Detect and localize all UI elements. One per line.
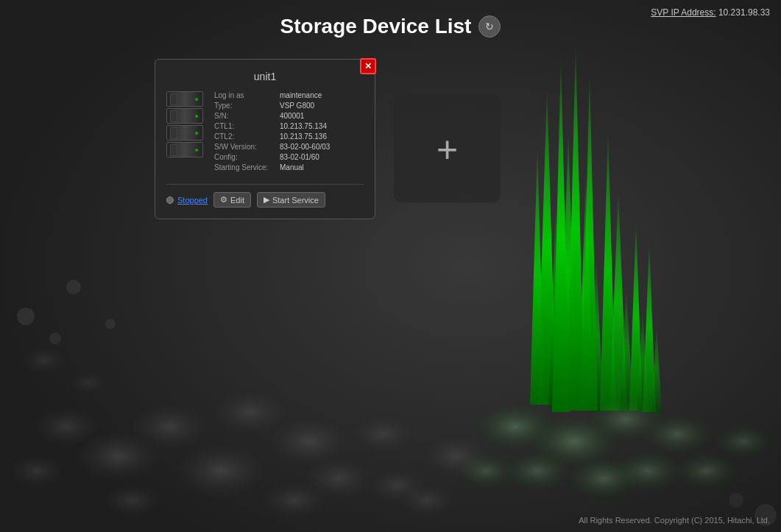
server-unit-1 bbox=[166, 91, 203, 107]
svp-info: SVP IP Address: 10.231.98.33 bbox=[651, 7, 770, 18]
edit-button[interactable]: ⚙ Edit bbox=[213, 192, 251, 208]
svg-marker-1 bbox=[530, 147, 545, 405]
page-header: Storage Device List ↻ bbox=[0, 15, 781, 38]
svg-marker-14 bbox=[651, 324, 662, 414]
add-device-panel[interactable]: + bbox=[394, 96, 501, 202]
svg-point-40 bbox=[676, 453, 738, 489]
svg-point-43 bbox=[614, 451, 682, 491]
svg-point-35 bbox=[531, 416, 617, 467]
svg-point-24 bbox=[178, 446, 264, 496]
svp-ip: 10.231.98.33 bbox=[718, 7, 770, 18]
svg-point-39 bbox=[568, 458, 639, 499]
page-title: Storage Device List ↻ bbox=[280, 15, 501, 38]
field-label-0: Log in as bbox=[214, 91, 277, 99]
server-icon bbox=[166, 91, 207, 157]
svg-point-42 bbox=[456, 454, 515, 488]
svg-point-49 bbox=[729, 493, 743, 508]
field-value-7: Manual bbox=[280, 163, 304, 171]
svg-point-20 bbox=[11, 456, 63, 486]
close-button[interactable]: ✕ bbox=[360, 58, 376, 74]
footer: All Rights Reserved. Copyright (C) 2015,… bbox=[579, 516, 770, 525]
svg-marker-7 bbox=[589, 258, 604, 412]
info-row: Starting Service: Manual bbox=[214, 163, 364, 171]
info-row: CTL2: 10.213.75.136 bbox=[214, 132, 364, 141]
field-value-3: 10.213.75.134 bbox=[280, 122, 327, 130]
svg-marker-16 bbox=[567, 44, 584, 411]
svg-marker-2 bbox=[537, 88, 556, 405]
svg-marker-3 bbox=[548, 206, 563, 408]
svg-point-30 bbox=[70, 372, 107, 393]
svg-point-19 bbox=[35, 408, 97, 445]
svg-marker-10 bbox=[620, 287, 633, 412]
field-label-5: S/W Version: bbox=[214, 143, 277, 151]
svg-point-44 bbox=[17, 308, 35, 325]
field-value-5: 83-02-00-60/03 bbox=[280, 143, 330, 151]
field-label-1: Type: bbox=[214, 102, 277, 110]
svg-marker-6 bbox=[578, 177, 594, 408]
svg-point-26 bbox=[353, 417, 412, 451]
svg-marker-17 bbox=[582, 74, 598, 411]
svg-point-36 bbox=[589, 398, 662, 441]
svg-point-47 bbox=[105, 319, 116, 329]
svg-marker-13 bbox=[643, 243, 656, 412]
svg-point-34 bbox=[477, 405, 554, 449]
field-value-6: 83-02-01/60 bbox=[280, 153, 319, 161]
server-unit-4 bbox=[166, 142, 203, 157]
status-dot bbox=[166, 196, 174, 204]
start-service-label: Start Service bbox=[272, 196, 319, 205]
svg-rect-0 bbox=[0, 0, 781, 532]
field-value-2: 400001 bbox=[280, 112, 304, 120]
svg-point-41 bbox=[715, 425, 771, 458]
server-unit-2 bbox=[166, 108, 203, 124]
svg-point-27 bbox=[105, 484, 160, 517]
field-label-2: S/N: bbox=[214, 112, 277, 120]
svg-point-46 bbox=[66, 280, 81, 294]
svg-point-22 bbox=[215, 391, 286, 433]
info-row: S/N: 400001 bbox=[214, 112, 364, 120]
svg-point-28 bbox=[264, 483, 325, 518]
svg-point-25 bbox=[305, 459, 372, 497]
status-button[interactable]: Stopped bbox=[166, 196, 208, 205]
field-label-4: CTL2: bbox=[214, 132, 277, 141]
svg-point-18 bbox=[77, 433, 158, 480]
svg-marker-5 bbox=[570, 235, 584, 408]
info-row: S/W Version: 83-02-00-60/03 bbox=[214, 143, 364, 151]
field-label-3: CTL1: bbox=[214, 122, 277, 130]
info-row: Type: VSP G800 bbox=[214, 102, 364, 110]
svg-point-31 bbox=[370, 469, 425, 502]
edit-icon: ⚙ bbox=[220, 195, 227, 205]
svg-marker-12 bbox=[637, 309, 649, 412]
info-row: Config: 83-02-01/60 bbox=[214, 153, 364, 161]
play-icon: ▶ bbox=[264, 195, 269, 205]
svg-point-38 bbox=[505, 452, 570, 490]
svg-point-23 bbox=[271, 419, 347, 464]
info-table: Log in as maintenance Type: VSP G800 S/N… bbox=[214, 91, 364, 174]
field-value-0: maintenance bbox=[280, 91, 322, 99]
start-service-button[interactable]: ▶ Start Service bbox=[257, 192, 325, 208]
edit-label: Edit bbox=[230, 196, 244, 205]
svg-point-45 bbox=[49, 333, 61, 344]
copyright-text: All Rights Reserved. Copyright (C) 2015,… bbox=[579, 516, 770, 525]
unit-name: unit1 bbox=[166, 71, 364, 82]
svg-marker-15 bbox=[552, 59, 570, 412]
svg-marker-9 bbox=[609, 191, 627, 411]
svg-marker-11 bbox=[629, 221, 643, 411]
card-body: Log in as maintenance Type: VSP G800 S/N… bbox=[166, 91, 364, 174]
info-row: Log in as maintenance bbox=[214, 91, 364, 99]
svg-point-29 bbox=[22, 348, 66, 373]
device-card: ✕ unit1 Log in as maintenance Type: VSP … bbox=[155, 59, 375, 219]
field-value-1: VSP G800 bbox=[280, 102, 314, 110]
server-unit-3 bbox=[166, 125, 203, 141]
svp-label: SVP IP Address: bbox=[651, 7, 715, 18]
refresh-button[interactable]: ↻ bbox=[478, 15, 501, 38]
field-value-4: 10.213.75.136 bbox=[280, 132, 327, 141]
status-label: Stopped bbox=[177, 196, 208, 205]
plus-icon: + bbox=[437, 131, 458, 168]
info-row: CTL1: 10.213.75.134 bbox=[214, 122, 364, 130]
field-label-6: Config: bbox=[214, 153, 277, 161]
card-footer: Stopped ⚙ Edit ▶ Start Service bbox=[166, 184, 364, 208]
svg-point-33 bbox=[400, 485, 453, 516]
svg-point-32 bbox=[424, 437, 489, 475]
svg-marker-4 bbox=[559, 132, 577, 408]
svg-point-37 bbox=[643, 414, 711, 454]
